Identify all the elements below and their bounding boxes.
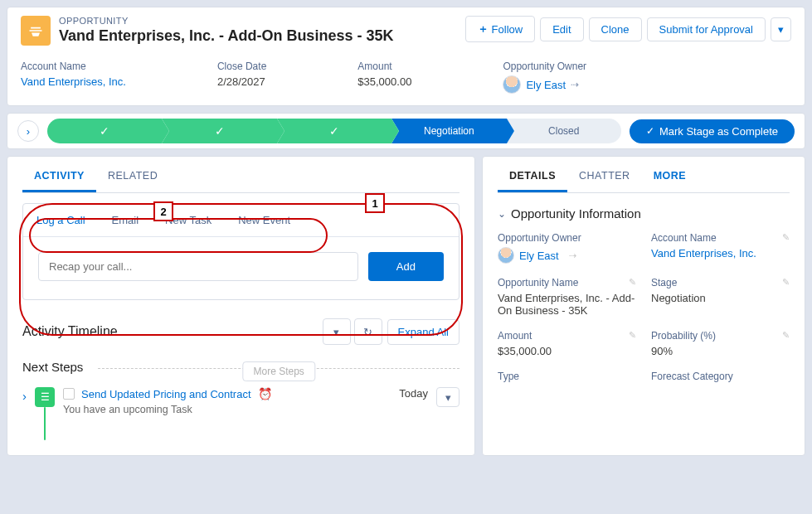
owner-link[interactable]: Ely East <box>526 79 566 91</box>
caret-down-icon: ▾ <box>445 391 451 404</box>
field-label: Forecast Category <box>651 371 790 382</box>
account-link[interactable]: Vand Enterprises, Inc. <box>651 247 790 259</box>
tab-related[interactable]: RELATED <box>96 160 169 192</box>
left-panel: ACTIVITY RELATED 1 2 Log a Call Email Ne… <box>7 156 475 456</box>
follow-label: Follow <box>492 23 523 36</box>
chevron-down-icon: ⌄ <box>498 208 506 220</box>
task-menu-button[interactable]: ▾ <box>436 387 459 407</box>
amount-value: $35,000.00 <box>357 75 411 88</box>
path-stage-done[interactable]: ✓ <box>277 119 391 143</box>
filter-button[interactable]: ▾ <box>323 318 351 345</box>
section-title: Opportunity Information <box>511 206 641 221</box>
tab-more[interactable]: MORE <box>642 160 698 192</box>
change-owner-icon[interactable]: ⇢ <box>569 250 576 261</box>
path-stage-current[interactable]: Negotiation <box>391 119 506 143</box>
clone-button[interactable]: Clone <box>589 17 642 41</box>
plus-icon: ＋ <box>478 22 489 36</box>
owner-link[interactable]: Ely East <box>519 250 559 262</box>
sales-path: › ✓ ✓ ✓ Negotiation Closed ✓ Mark Stage … <box>7 113 805 149</box>
edit-icon[interactable]: ✎ <box>782 232 790 243</box>
mark-stage-complete-button[interactable]: ✓ Mark Stage as Complete <box>630 119 795 143</box>
amount-label: Amount <box>357 61 411 72</box>
composer-tab-new-event[interactable]: New Event <box>225 204 304 236</box>
field-value: $35,000.00 <box>498 345 636 357</box>
path-stage-pending[interactable]: Closed <box>507 119 621 143</box>
annotation-callout-2: 2 <box>153 201 173 221</box>
more-actions-button[interactable]: ▾ <box>771 17 791 41</box>
task-icon: ☰ <box>35 387 55 407</box>
expand-all-button[interactable]: Expand All <box>387 319 459 345</box>
filter-icon: ▾ <box>333 326 339 338</box>
refresh-icon: ↻ <box>363 326 372 338</box>
avatar <box>498 247 514 264</box>
field-label: Type <box>498 371 636 382</box>
timeline-connector <box>44 407 46 440</box>
edit-button[interactable]: Edit <box>540 17 583 41</box>
path-expand-button[interactable]: › <box>17 120 39 142</box>
section-header[interactable]: ⌄ Opportunity Information <box>498 206 790 221</box>
opportunity-icon <box>21 16 51 46</box>
field-label: Stage <box>651 277 790 289</box>
path-stage-done[interactable]: ✓ <box>162 119 276 143</box>
record-type-eyebrow: OPPORTUNITY <box>59 16 465 26</box>
path-stage-label: Negotiation <box>424 125 474 137</box>
composer-tab-log-call[interactable]: Log a Call <box>23 204 99 236</box>
page-title: Vand Enterprises, Inc. - Add-On Business… <box>59 27 465 45</box>
composer-tab-email[interactable]: Email <box>99 204 153 236</box>
task-date: Today <box>399 387 428 400</box>
follow-button[interactable]: ＋ Follow <box>465 16 536 42</box>
add-button[interactable]: Add <box>368 252 444 281</box>
expand-item-button[interactable]: › <box>22 387 27 403</box>
task-subtext: You have an upcoming Task <box>63 404 391 415</box>
chevron-right-icon: › <box>27 125 30 138</box>
check-icon: ✓ <box>100 124 109 138</box>
activity-composer: Log a Call Email New Task New Event Add <box>22 203 459 300</box>
caret-down-icon: ▾ <box>778 23 784 36</box>
activity-timeline-heading: Activity Timeline <box>22 324 319 339</box>
page-header: OPPORTUNITY Vand Enterprises, Inc. - Add… <box>7 7 805 106</box>
edit-icon[interactable]: ✎ <box>782 330 790 341</box>
field-value: Vand Enterprises, Inc. - Add-On Business… <box>498 292 636 317</box>
change-owner-icon[interactable]: ⇢ <box>571 79 579 90</box>
owner-label: Opportunity Owner <box>503 61 586 72</box>
check-icon: ✓ <box>329 124 339 138</box>
mark-complete-label: Mark Stage as Complete <box>659 125 778 138</box>
field-label: Account Name <box>651 232 790 244</box>
path-stage-done[interactable]: ✓ <box>47 119 162 143</box>
field-label: Opportunity Name <box>498 277 636 289</box>
tab-activity[interactable]: ACTIVITY <box>22 160 96 192</box>
check-icon: ✓ <box>215 124 225 138</box>
field-value: 90% <box>651 345 790 357</box>
header-actions: ＋ Follow Edit Clone Submit for Approval … <box>465 16 791 42</box>
submit-approval-button[interactable]: Submit for Approval <box>647 17 766 41</box>
close-date-value: 2/28/2027 <box>217 75 266 88</box>
more-steps-button[interactable]: More Steps <box>243 361 315 381</box>
check-icon: ✓ <box>646 125 654 137</box>
tab-chatter[interactable]: CHATTER <box>567 160 642 192</box>
refresh-button[interactable]: ↻ <box>354 318 382 345</box>
tab-details[interactable]: DETAILS <box>498 160 567 192</box>
account-name-link[interactable]: Vand Enterprises, Inc. <box>21 75 126 88</box>
next-steps-heading: Next Steps <box>22 360 83 374</box>
avatar <box>503 75 521 94</box>
field-label: Amount <box>498 330 636 342</box>
edit-icon[interactable]: ✎ <box>629 330 636 341</box>
recap-input[interactable] <box>38 252 358 281</box>
field-value: Negotiation <box>651 292 790 304</box>
divider: More Steps <box>98 368 459 369</box>
task-checkbox[interactable] <box>63 388 75 400</box>
timeline-item: › ☰ Send Updated Pricing and Contract ⏰ … <box>22 387 459 440</box>
edit-icon[interactable]: ✎ <box>782 277 790 288</box>
right-panel: DETAILS CHATTER MORE ⌄ Opportunity Infor… <box>482 156 805 456</box>
field-label: Probability (%) <box>651 330 790 342</box>
account-name-label: Account Name <box>21 61 126 72</box>
task-title-link[interactable]: Send Updated Pricing and Contract <box>81 388 251 400</box>
path-stage-label: Closed <box>548 125 579 137</box>
annotation-callout-1: 1 <box>365 193 385 213</box>
close-date-label: Close Date <box>217 61 266 72</box>
field-label: Opportunity Owner <box>498 232 636 244</box>
edit-icon[interactable]: ✎ <box>629 277 636 288</box>
reminder-icon: ⏰ <box>258 387 272 400</box>
